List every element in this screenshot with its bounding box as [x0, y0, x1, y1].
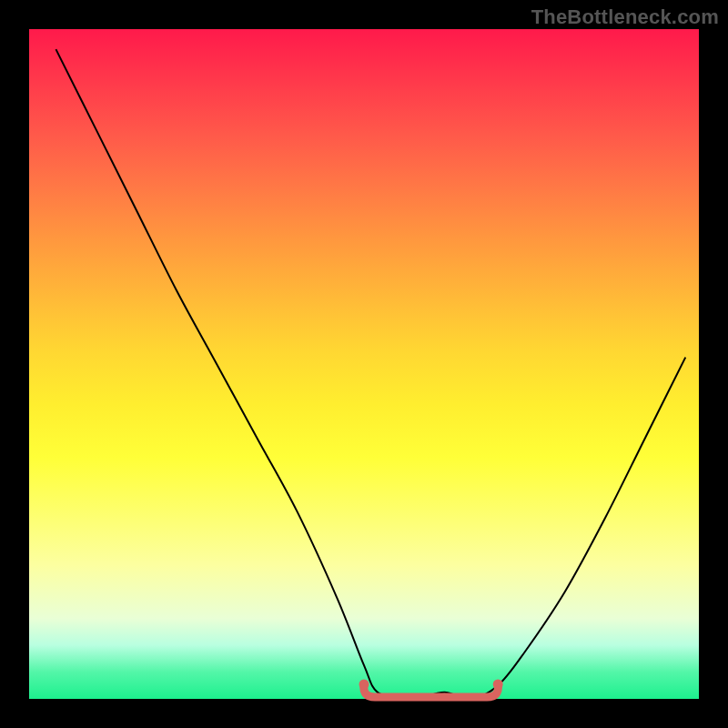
highlight-group — [359, 680, 503, 698]
chart-svg — [29, 29, 699, 699]
zero-bottleneck-band — [364, 684, 499, 697]
band-endpoint — [493, 680, 503, 690]
plot-area — [29, 29, 699, 699]
watermark-text: TheBottleneck.com — [531, 5, 719, 29]
bottleneck-curve — [56, 49, 685, 700]
band-endpoint — [359, 680, 369, 690]
curve-group — [56, 49, 685, 700]
chart-frame: TheBottleneck.com — [0, 0, 728, 728]
